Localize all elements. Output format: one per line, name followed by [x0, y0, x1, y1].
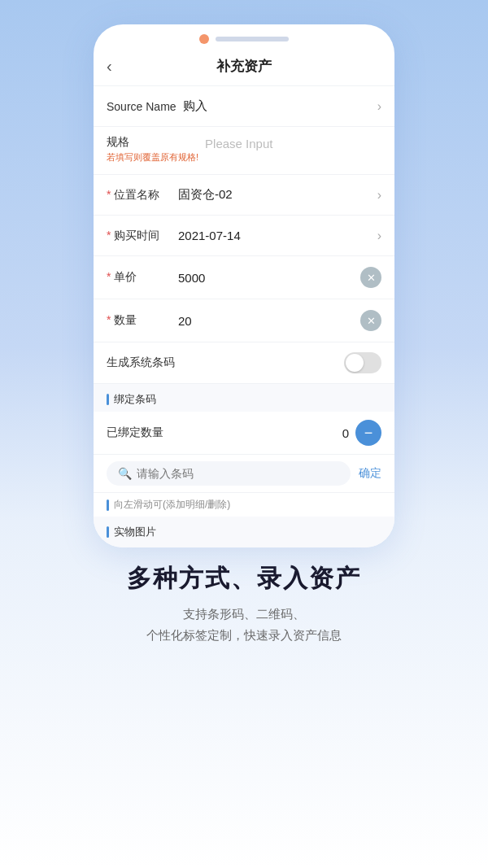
generate-barcode-label: 生成系统条码 — [107, 355, 344, 370]
hint-text: 向左滑动可(添加明细/删除) — [114, 498, 230, 512]
image-section-header: 实物图片 — [94, 517, 394, 547]
generate-barcode-toggle[interactable] — [344, 352, 381, 373]
quantity-clear-button[interactable] — [360, 310, 381, 331]
sub-tagline: 支持条形码、二维码、个性化标签定制，快速录入资产信息 — [127, 604, 361, 645]
spec-row[interactable]: 规格 若填写则覆盖原有规格! Please Input — [94, 127, 394, 175]
bound-section-title: 绑定条码 — [114, 392, 156, 407]
hint-accent-icon — [107, 499, 109, 511]
barcode-input[interactable] — [137, 467, 339, 480]
spec-label: 规格 若填写则覆盖原有规格! — [107, 135, 198, 164]
generate-barcode-row: 生成系统条码 — [94, 342, 394, 384]
minus-button[interactable] — [355, 420, 381, 446]
main-tagline: 多种方式、录入资产 — [127, 562, 361, 594]
bound-qty-value: 0 — [342, 426, 349, 440]
form-body: Source Name 购入 › 规格 若填写则覆盖原有规格! Please I… — [94, 86, 394, 384]
spec-input-placeholder[interactable]: Please Input — [205, 137, 381, 150]
location-value: 固资仓-02 — [178, 187, 374, 203]
source-name-label: Source Name — [107, 100, 176, 113]
back-button[interactable]: ‹ — [107, 57, 112, 76]
unit-price-clear-button[interactable] — [360, 267, 381, 288]
chevron-right-icon: › — [377, 188, 381, 203]
purchase-time-value: 2021-07-14 — [178, 229, 374, 242]
page-title: 补充资产 — [216, 57, 272, 76]
image-section-title: 实物图片 — [114, 525, 156, 539]
bound-qty-label: 已绑定数量 — [107, 425, 342, 440]
unit-price-row[interactable]: * 单价 5000 — [94, 256, 394, 299]
purchase-time-label: * 购买时间 — [107, 229, 172, 243]
search-icon: 🔍 — [118, 467, 132, 480]
barcode-confirm-button[interactable]: 确定 — [359, 466, 381, 481]
section-accent-icon — [107, 394, 109, 405]
quantity-label: * 数量 — [107, 313, 172, 328]
phone-frame: ‹ 补充资产 Source Name 购入 › 规格 若填写则覆盖原有规格! P… — [94, 24, 394, 547]
status-dot — [199, 34, 209, 44]
purchase-time-row[interactable]: * 购买时间 2021-07-14 › — [94, 216, 394, 256]
source-name-value: 购入 — [183, 98, 374, 114]
bound-qty-row: 已绑定数量 0 — [94, 412, 394, 455]
bound-section-header: 绑定条码 — [94, 384, 394, 412]
toggle-knob — [346, 354, 364, 372]
chevron-right-icon: › — [377, 99, 381, 114]
unit-price-value: 5000 — [178, 271, 360, 285]
hint-row: 向左滑动可(添加明细/删除) — [94, 493, 394, 517]
bottom-section: 多种方式、录入资产 支持条形码、二维码、个性化标签定制，快速录入资产信息 — [107, 562, 381, 645]
quantity-value: 20 — [178, 314, 360, 328]
source-name-row[interactable]: Source Name 购入 › — [94, 86, 394, 127]
image-section-accent-icon — [107, 526, 109, 538]
location-row[interactable]: * 位置名称 固资仓-02 › — [94, 175, 394, 216]
unit-price-label: * 单价 — [107, 270, 172, 285]
quantity-row[interactable]: * 数量 20 — [94, 299, 394, 342]
barcode-input-row: 🔍 确定 — [94, 455, 394, 493]
status-bar — [94, 24, 394, 50]
spec-sub-note: 若填写则覆盖原有规格! — [107, 151, 198, 164]
barcode-input-wrap: 🔍 — [107, 461, 351, 486]
status-bar-line — [216, 37, 289, 41]
app-header: ‹ 补充资产 — [94, 50, 394, 86]
chevron-right-icon: › — [377, 229, 381, 243]
location-label: * 位置名称 — [107, 188, 172, 203]
